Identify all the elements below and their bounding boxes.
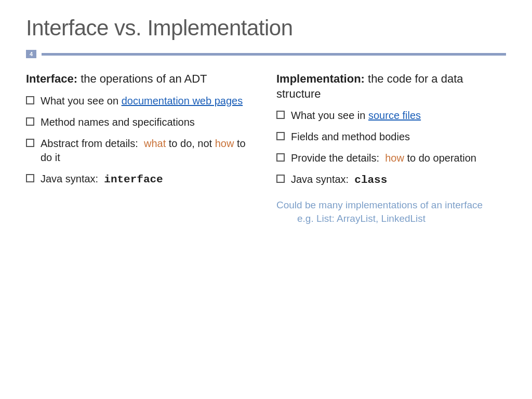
note-text: Could be many implementations of an inte… [276, 198, 506, 212]
checkbox-icon [26, 139, 34, 147]
slide-number: 4 [26, 50, 36, 58]
list-item: What you see on documentation web pages [26, 94, 256, 108]
checkbox-icon [26, 96, 34, 104]
bullet-text: Abstract from details: what to do, not h… [41, 137, 256, 165]
slide: Interface vs. Implementation 4 Interface… [0, 0, 532, 399]
checkbox-icon [276, 132, 285, 140]
list-item: Java syntax: class [276, 172, 506, 188]
bullet-text: Method names and specifications [41, 115, 256, 129]
divider-bar [42, 53, 506, 56]
list-item: Provide the details: how to do operation [276, 151, 506, 165]
bullet-text: Provide the details: how to do operation [291, 151, 506, 165]
bullet-text: What you see on documentation web pages [41, 94, 256, 108]
right-heading-bold: Implementation: [276, 72, 365, 85]
list-item: Abstract from details: what to do, not h… [26, 137, 256, 165]
right-bullet-list: What you see in source files Fields and … [276, 109, 506, 188]
left-heading-bold: Interface: [26, 72, 77, 85]
list-item: What you see in source files [276, 109, 506, 123]
note-line1: Could be many implementations of an inte… [276, 200, 483, 210]
text-what: what [144, 138, 166, 149]
list-item: Fields and method bodies [276, 130, 506, 144]
list-item: Java syntax: interface [26, 172, 256, 187]
checkbox-icon [26, 174, 34, 182]
class-keyword: class [354, 174, 387, 186]
left-column: Interface: the operations of an ADT What… [26, 72, 256, 226]
checkbox-icon [276, 153, 285, 162]
source-files-link[interactable]: source files [368, 110, 421, 121]
left-heading-rest: the operations of an ADT [77, 72, 207, 85]
bullet-text: What you see in source files [291, 109, 506, 123]
content-area: Interface: the operations of an ADT What… [26, 66, 506, 226]
slide-number-bar: 4 [26, 50, 506, 58]
note-line2: e.g. List: ArrayList, LinkedList [276, 212, 506, 226]
interface-keyword: interface [104, 174, 163, 185]
bullet-text: Fields and method bodies [291, 130, 506, 144]
left-heading: Interface: the operations of an ADT [26, 72, 256, 87]
right-column: Implementation: the code for a data stru… [276, 72, 506, 226]
bullet-text: Java syntax: class [291, 172, 506, 188]
right-heading: Implementation: the code for a data stru… [276, 72, 506, 101]
left-bullet-list: What you see on documentation web pages … [26, 94, 256, 187]
checkbox-icon [276, 175, 285, 183]
list-item: Method names and specifications [26, 115, 256, 129]
checkbox-icon [276, 111, 285, 119]
text-how-left: how [215, 138, 234, 149]
text-how-right: how [385, 152, 404, 164]
checkbox-icon [26, 117, 34, 126]
bullet-text: Java syntax: interface [41, 172, 256, 187]
doc-web-pages-link[interactable]: documentation web pages [122, 95, 243, 107]
slide-title: Interface vs. Implementation [26, 16, 506, 41]
